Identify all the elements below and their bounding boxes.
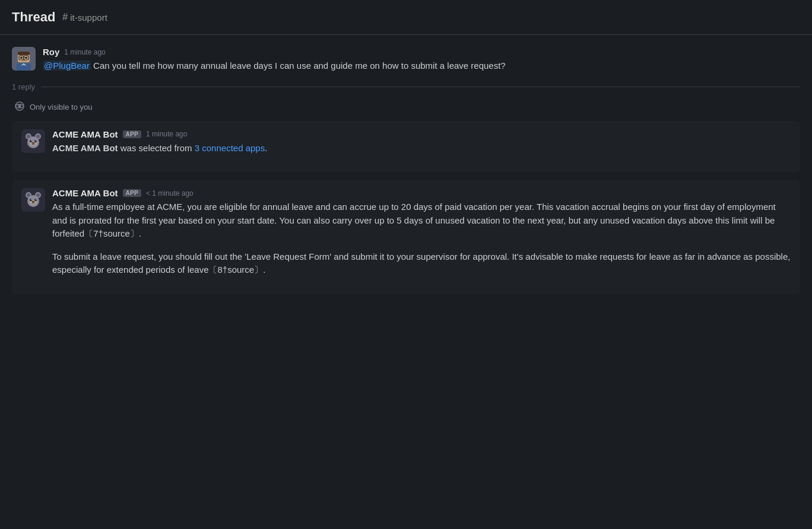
bot-message-1-block: ACME AMA Bot APP 1 minute ago ACME AMA B… (12, 121, 800, 173)
thread-header: Thread # it-support (0, 0, 812, 35)
bot-2-badge: APP (123, 189, 141, 197)
roy-message-text: @PlugBear Can you tell me how many annua… (43, 59, 800, 73)
roy-message-body: Can you tell me how many annual leave da… (93, 60, 506, 71)
thread-title: Thread (12, 9, 55, 25)
reply-count[interactable]: 1 reply (12, 82, 35, 91)
hash-icon: # (62, 12, 68, 23)
bot-message-1-content: ACME AMA Bot APP 1 minute ago ACME AMA B… (52, 129, 791, 155)
connected-apps-link[interactable]: 3 connected apps (195, 143, 265, 153)
svg-point-23 (36, 140, 36, 141)
bot-2-paragraph-1: As a full-time employee at ACME, you are… (52, 200, 791, 241)
roy-time: 1 minute ago (64, 48, 105, 56)
roy-avatar (12, 47, 36, 71)
svg-point-20 (30, 140, 32, 142)
bot-1-badge: APP (123, 130, 141, 138)
bot-2-time: < 1 minute ago (146, 189, 194, 197)
svg-point-12 (18, 104, 21, 107)
reply-line (41, 87, 800, 87)
channel-name: it-support (70, 12, 107, 23)
bot-message-2-block: ACME AMA Bot APP < 1 minute ago As a ful… (12, 180, 800, 295)
bot-1-text-suffix: . (265, 143, 267, 153)
roy-avatar-svg (12, 47, 36, 71)
svg-point-21 (34, 140, 37, 142)
bot-message-2-header: ACME AMA Bot APP < 1 minute ago (52, 188, 791, 198)
bot-avatar-2-svg (23, 189, 44, 211)
bot-avatar-1 (21, 129, 45, 153)
bot-message-1-header: ACME AMA Bot APP 1 minute ago (52, 129, 791, 139)
bot-1-text-prefix: ACME AMA Bot (52, 143, 118, 153)
svg-point-36 (32, 201, 35, 203)
roy-message-content: Roy 1 minute ago @PlugBear Can you tell … (43, 47, 800, 73)
svg-point-32 (30, 199, 32, 201)
bot-1-time: 1 minute ago (146, 130, 187, 138)
bot-avatar-2 (21, 188, 45, 212)
bot-2-author: ACME AMA Bot (52, 188, 118, 198)
reply-divider: 1 reply (12, 82, 800, 91)
roy-message: Roy 1 minute ago @PlugBear Can you tell … (12, 47, 800, 73)
svg-rect-3 (20, 57, 23, 59)
svg-rect-4 (25, 57, 27, 59)
thread-channel: # it-support (62, 12, 107, 23)
bot-2-paragraph-2: To submit a leave request, you should fi… (52, 250, 791, 277)
bot-avatar-1-svg (23, 130, 44, 152)
svg-point-24 (32, 142, 35, 144)
message-area: Roy 1 minute ago @PlugBear Can you tell … (0, 35, 812, 307)
plugbear-mention[interactable]: @PlugBear (43, 60, 91, 71)
roy-message-header: Roy 1 minute ago (43, 47, 800, 57)
bot-message-2: ACME AMA Bot APP < 1 minute ago As a ful… (21, 188, 791, 277)
svg-rect-10 (21, 60, 26, 61)
bot-1-text-middle: was selected from (118, 143, 195, 153)
svg-point-33 (34, 199, 37, 201)
visibility-text: Only visible to you (30, 103, 93, 111)
svg-point-34 (31, 199, 31, 200)
svg-point-35 (36, 199, 36, 200)
svg-rect-2 (18, 52, 30, 55)
roy-author: Roy (43, 47, 59, 57)
bot-message-2-content: ACME AMA Bot APP < 1 minute ago As a ful… (52, 188, 791, 277)
svg-point-22 (31, 140, 31, 141)
visibility-notice: Only visible to you (12, 101, 800, 114)
bot-1-author: ACME AMA Bot (52, 129, 118, 139)
bot-message-1: ACME AMA Bot APP 1 minute ago ACME AMA B… (21, 129, 791, 155)
bot-1-message-text: ACME AMA Bot was selected from 3 connect… (52, 142, 791, 155)
eye-icon (14, 101, 25, 114)
